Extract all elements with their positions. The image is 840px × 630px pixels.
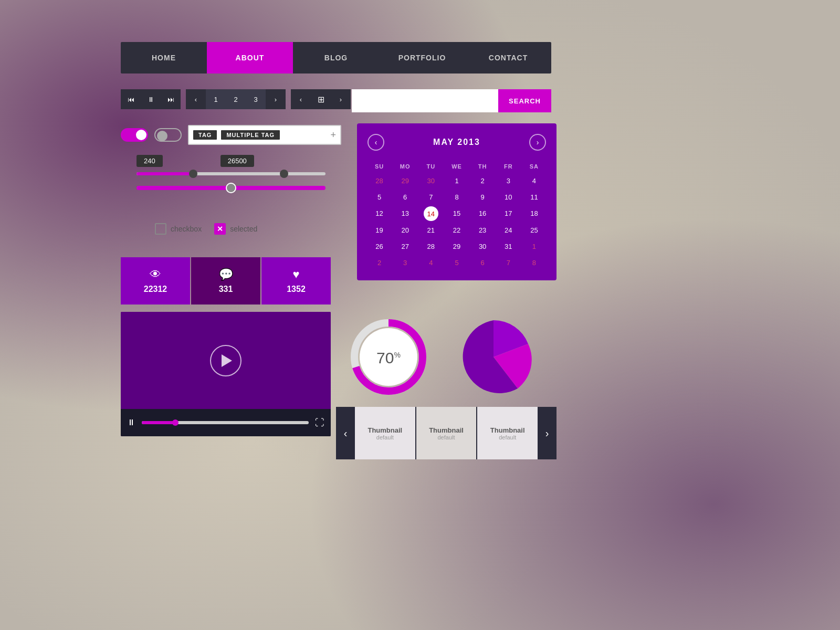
stat-value-comments: 331: [219, 285, 233, 294]
checkbox-box-checked[interactable]: ✕: [214, 223, 226, 235]
calendar-prev-button[interactable]: ‹: [368, 134, 384, 151]
cal-day[interactable]: 8: [445, 190, 468, 204]
cal-day[interactable]: 2: [368, 256, 391, 270]
likes-icon: ♥: [292, 268, 299, 281]
nav-about[interactable]: ABOUT: [207, 42, 293, 74]
cal-day[interactable]: 10: [497, 190, 520, 204]
cal-day[interactable]: 11: [522, 190, 546, 204]
toggle-on[interactable]: [121, 128, 148, 142]
cal-day[interactable]: 18: [522, 206, 546, 221]
video-progress-bar[interactable]: [142, 421, 309, 424]
cal-day[interactable]: 19: [368, 223, 391, 237]
cal-day[interactable]: 29: [445, 239, 468, 254]
thumbnail-3[interactable]: Thumbnail default: [477, 407, 538, 459]
cal-day[interactable]: 30: [471, 239, 495, 254]
stat-card-views[interactable]: 👁 22312: [121, 257, 190, 304]
cal-day[interactable]: 25: [522, 223, 546, 237]
checkbox-unchecked[interactable]: checkbox: [155, 223, 202, 235]
cal-day[interactable]: 21: [419, 223, 443, 237]
nav-contact[interactable]: CONTACT: [465, 42, 551, 74]
tag-2[interactable]: MULTIPLE TAG: [221, 130, 280, 140]
nav-home[interactable]: HOME: [121, 42, 207, 74]
slider-track-2[interactable]: [136, 186, 326, 190]
grid-next-button[interactable]: ›: [331, 89, 351, 109]
page-prev-button[interactable]: ‹: [186, 89, 206, 109]
cal-day[interactable]: 5: [368, 190, 391, 204]
page-next-button[interactable]: ›: [266, 89, 286, 109]
fullscreen-button[interactable]: ⛶: [315, 417, 324, 428]
media-next-button[interactable]: ⏭: [161, 89, 181, 109]
cal-day-today[interactable]: 14: [424, 206, 438, 221]
cal-day[interactable]: 4: [419, 256, 443, 270]
checkbox-label-2: selected: [230, 225, 257, 233]
thumbnail-1[interactable]: Thumbnail default: [355, 407, 415, 459]
tag-1[interactable]: TAG: [193, 130, 217, 140]
cal-day[interactable]: 30: [419, 174, 443, 188]
thumbnail-title-2: Thumbnail: [429, 426, 464, 434]
cal-day[interactable]: 9: [471, 190, 495, 204]
cal-day[interactable]: 22: [445, 223, 468, 237]
cal-day[interactable]: 31: [497, 239, 520, 254]
thumbnails-prev-button[interactable]: ‹: [336, 407, 355, 459]
stat-card-likes[interactable]: ♥ 1352: [261, 257, 331, 304]
cal-day[interactable]: 6: [393, 190, 417, 204]
play-button[interactable]: [210, 345, 242, 376]
cal-day[interactable]: 27: [393, 239, 417, 254]
slider-thumb-2[interactable]: [280, 170, 288, 178]
page-3-button[interactable]: 3: [246, 89, 266, 109]
cal-day[interactable]: 15: [445, 206, 468, 221]
cal-day[interactable]: 7: [419, 190, 443, 204]
video-pause-button[interactable]: ⏸: [127, 418, 135, 427]
cal-day[interactable]: 1: [445, 174, 468, 188]
tag-add-button[interactable]: +: [330, 130, 336, 141]
cal-day[interactable]: 29: [393, 174, 417, 188]
cal-day[interactable]: 17: [497, 206, 520, 221]
page-1-button[interactable]: 1: [206, 89, 226, 109]
cal-day[interactable]: 3: [497, 174, 520, 188]
slider-thumb-1[interactable]: [189, 170, 197, 178]
checkbox-checked[interactable]: ✕ selected: [214, 223, 257, 235]
calendar: ‹ MAY 2013 › SU MO TU WE TH FR SA 28 29 …: [357, 123, 556, 280]
media-pause-button[interactable]: ⏸: [141, 89, 161, 109]
cal-day[interactable]: 24: [497, 223, 520, 237]
cal-day[interactable]: 28: [368, 174, 391, 188]
page-2-button[interactable]: 2: [226, 89, 246, 109]
donut-value: 70%: [376, 349, 401, 367]
cal-day[interactable]: 5: [445, 256, 468, 270]
nav-blog[interactable]: BLOG: [293, 42, 379, 74]
cal-day[interactable]: 4: [522, 174, 546, 188]
calendar-next-button[interactable]: ›: [529, 134, 546, 151]
cal-day[interactable]: 16: [471, 206, 495, 221]
cal-header-tu: TU: [419, 161, 443, 172]
cal-day[interactable]: 8: [522, 256, 546, 270]
media-prev-button[interactable]: ⏮: [121, 89, 141, 109]
stat-card-comments[interactable]: 💬 331: [191, 257, 260, 304]
cal-day[interactable]: 2: [471, 174, 495, 188]
cal-day[interactable]: 3: [393, 256, 417, 270]
cal-day[interactable]: 6: [471, 256, 495, 270]
grid-view-button[interactable]: ⊞: [311, 89, 331, 109]
slider-thumb-3[interactable]: [226, 183, 236, 193]
cal-header-mo: MO: [393, 161, 417, 172]
search-button[interactable]: SEARCH: [498, 89, 551, 112]
cal-day[interactable]: 12: [368, 206, 391, 221]
search-input[interactable]: [352, 89, 498, 112]
cal-day[interactable]: 13: [393, 206, 417, 221]
thumbnails-next-button[interactable]: ›: [538, 407, 556, 459]
checkbox-box-empty[interactable]: [155, 223, 166, 235]
cal-day[interactable]: 20: [393, 223, 417, 237]
video-progress-thumb[interactable]: [172, 419, 178, 426]
cal-day[interactable]: 23: [471, 223, 495, 237]
toggle-off[interactable]: [154, 128, 182, 142]
cal-day[interactable]: 26: [368, 239, 391, 254]
checkbox-label-1: checkbox: [171, 225, 202, 233]
cal-day[interactable]: 28: [419, 239, 443, 254]
nav-portfolio[interactable]: PORTFOLIO: [379, 42, 465, 74]
slider-track-1[interactable]: [136, 172, 326, 175]
thumbnail-2[interactable]: Thumbnail default: [416, 407, 477, 459]
media-controls: ⏮ ⏸ ⏭: [121, 89, 181, 109]
cal-day[interactable]: 1: [522, 239, 546, 254]
cal-day[interactable]: 7: [497, 256, 520, 270]
calendar-header: ‹ MAY 2013 ›: [368, 134, 546, 151]
grid-prev-button[interactable]: ‹: [291, 89, 311, 109]
